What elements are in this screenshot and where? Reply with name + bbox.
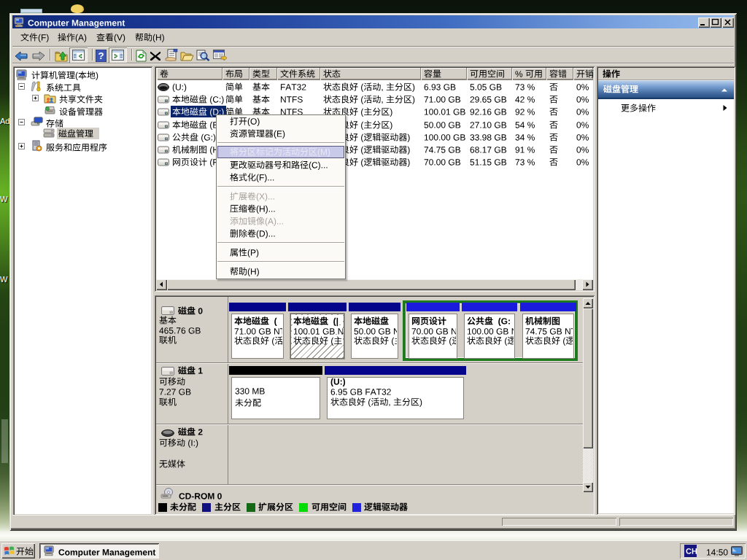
- svg-text:?: ?: [98, 50, 104, 61]
